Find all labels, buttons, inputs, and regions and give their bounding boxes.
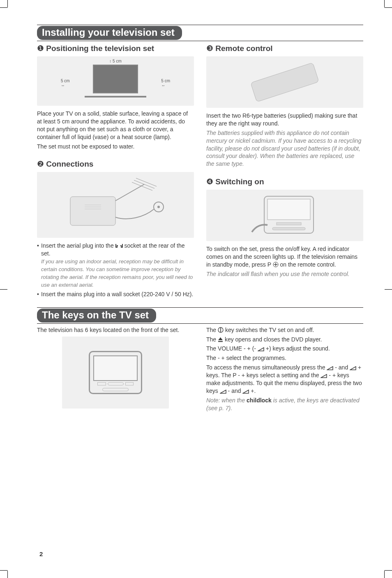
keys-line-program: The - + select the programmes.: [206, 354, 363, 362]
keys-line-eject: The key opens and closes the DVD player.: [206, 336, 363, 344]
keys-intro: The television has 6 keys located on the…: [37, 326, 194, 334]
volume-triangle-icon: [220, 390, 226, 394]
keys-line-volume: The VOLUME - + (- +) keys adjust the sou…: [206, 345, 363, 353]
svg-rect-7: [272, 227, 305, 230]
section-1-header: Installing your television set: [37, 25, 363, 41]
illustration-connections: [37, 172, 194, 238]
volume-triangle-icon: [350, 366, 356, 370]
illustration-tv-keys: [62, 337, 169, 409]
connections-list: Insert the aerial plug into the socket a…: [37, 242, 194, 298]
keys-note: Note: when the childlock is active, the …: [206, 397, 363, 412]
section-2-header: The keys on the TV set: [37, 307, 363, 324]
connections-item-mains: Insert the mains plug into a wall socket…: [37, 290, 194, 298]
keys-line-menu: To access the menus simultaneously press…: [206, 364, 363, 395]
plus-circle-icon: [273, 262, 279, 267]
svg-rect-0: [70, 197, 115, 225]
svg-rect-6: [277, 223, 301, 225]
volume-triangle-icon: [321, 374, 327, 378]
heading-remote: ❸ Remote control: [206, 44, 363, 53]
svg-point-3: [157, 206, 160, 208]
positioning-text-1: Place your TV on a solid, stable surface…: [37, 110, 194, 141]
positioning-text-2: The set must not be exposed to water.: [37, 143, 194, 151]
svg-rect-5: [267, 199, 310, 220]
aerial-socket-icon: [115, 244, 123, 248]
volume-triangle-icon: [242, 390, 249, 394]
illustration-switching-on: [206, 190, 363, 241]
section-2-title: The keys on the TV set: [37, 309, 156, 323]
switching-text-italic: The indicator will flash when you use th…: [206, 270, 363, 278]
heading-positioning: ❶ Positioning the television set: [37, 44, 194, 53]
keys-line-power: The key switches the TV set on and off.: [206, 326, 363, 334]
section-1-title: Installing your television set: [37, 26, 182, 40]
svg-rect-11: [218, 341, 223, 342]
illustration-tv-positioning: ↕ 5 cm 5 cm↔ 5 cm↔: [37, 56, 194, 106]
heading-connections: ❷ Connections: [37, 159, 194, 169]
page-number: 2: [39, 550, 43, 557]
switching-text: To switch on the set, press the on/off k…: [206, 245, 363, 269]
connections-item-aerial: Insert the aerial plug into the socket a…: [37, 242, 194, 288]
svg-line-1: [115, 184, 144, 201]
power-icon: [218, 327, 224, 333]
remote-text-1: Insert the two R6-type batteries (suppli…: [206, 112, 363, 128]
illustration-remote: [206, 56, 363, 108]
volume-triangle-icon: [258, 347, 264, 351]
heading-switching-on: ❹ Switching on: [206, 177, 363, 186]
remote-text-italic: The batteries supplied with this applian…: [206, 129, 363, 168]
eject-icon: [218, 337, 223, 342]
volume-triangle-icon: [327, 366, 333, 370]
